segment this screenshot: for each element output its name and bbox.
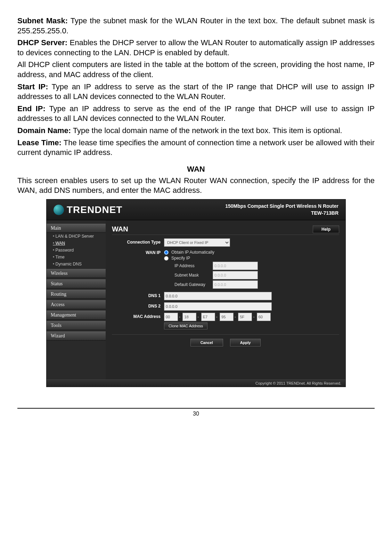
router-header: TRENDNET 150Mbps Compact Single Port Wir… [47, 199, 345, 220]
main-pane: WAN Help Connection Type DHCP Client or … [106, 220, 345, 379]
globe-icon [54, 205, 64, 215]
mac-octet-3[interactable] [220, 313, 234, 321]
mac-octet-1[interactable] [182, 313, 196, 321]
model-line2: TEW-713BR [225, 210, 338, 217]
radio-specify-ip[interactable] [164, 256, 169, 261]
pane-title: WAN [112, 225, 128, 233]
cancel-button[interactable]: Cancel [190, 339, 223, 346]
ip-address-input[interactable] [213, 262, 258, 270]
clone-mac-button[interactable]: Clone MAC Address [164, 322, 207, 329]
dns1-label: DNS 1 [112, 292, 164, 298]
para-dhcp-server: DHCP Server: Enables the DHCP server to … [17, 38, 375, 58]
sidebar-item-password[interactable]: Password [47, 247, 106, 254]
mac-octet-4[interactable] [238, 313, 252, 321]
sidebar-item-ddns[interactable]: Dynamic DNS [47, 261, 106, 268]
connection-type-select[interactable]: DHCP Client or Fixed IP [164, 238, 230, 247]
subnet-mask-label: Subnet Mask [174, 273, 213, 278]
sidebar-section-status[interactable]: Status [47, 279, 106, 288]
model-line1: 150Mbps Compact Single Port Wireless N R… [225, 203, 338, 210]
radio-specify-ip-label: Specify IP [171, 256, 190, 261]
sidebar-item-lan-dhcp[interactable]: LAN & DHCP Server [47, 233, 106, 240]
apply-button[interactable]: Apply [230, 339, 261, 346]
para-end-ip: End IP: Type an IP address to serve as t… [17, 104, 375, 124]
mac-octet-0[interactable] [164, 313, 178, 321]
help-button[interactable]: Help [313, 226, 339, 233]
sidebar-section-management[interactable]: Management [47, 311, 106, 320]
brand-text: TRENDNET [67, 204, 122, 215]
sidebar-section-main[interactable]: Main [47, 224, 106, 233]
model-block: 150Mbps Compact Single Port Wireless N R… [225, 203, 338, 216]
sidebar-section-tools[interactable]: Tools [47, 321, 106, 330]
section-heading-wan: WAN [17, 165, 375, 174]
wan-ip-label: WAN IP [112, 249, 164, 255]
sidebar-section-wizard[interactable]: Wizard [47, 331, 106, 341]
para-wan-intro: This screen enables users to set up the … [17, 176, 375, 196]
gateway-label: Default Gateway [174, 282, 213, 287]
sidebar-section-routing[interactable]: Routing [47, 290, 106, 299]
mac-octet-5[interactable] [257, 313, 271, 321]
radio-obtain-auto-label: Obtain IP Automatically [171, 250, 214, 255]
router-footer: Copyright © 2011 TRENDnet. All Rights Re… [47, 379, 345, 387]
para-domain-name: Domain Name: Type the local domain name … [17, 126, 375, 136]
subnet-mask-input[interactable] [213, 271, 258, 279]
mac-label: MAC Address [112, 313, 164, 319]
dns2-label: DNS 2 [112, 302, 164, 309]
gateway-input[interactable] [213, 280, 258, 289]
para-lease-time: Lease Time: The lease time specifies the… [17, 138, 375, 158]
sidebar-section-access[interactable]: Access [47, 300, 106, 309]
dns2-input[interactable] [164, 302, 272, 311]
sidebar-item-wan[interactable]: WAN [47, 240, 106, 247]
sidebar: Main LAN & DHCP Server WAN Password Time… [47, 220, 106, 379]
sidebar-section-wireless[interactable]: Wireless [47, 269, 106, 278]
mac-octet-2[interactable] [201, 313, 215, 321]
dns1-input[interactable] [164, 292, 272, 300]
sidebar-item-time[interactable]: Time [47, 254, 106, 261]
para-start-ip: Start IP: Type an IP address to serve as… [17, 82, 375, 102]
para-dhcp-clients: All DHCP client computers are listed in … [17, 60, 375, 80]
brand: TRENDNET [54, 204, 122, 215]
router-screenshot: TRENDNET 150Mbps Compact Single Port Wir… [46, 199, 346, 387]
connection-type-label: Connection Type [112, 238, 164, 245]
para-subnet-mask: Subnet Mask: Type the subnet mask for th… [17, 16, 375, 36]
radio-obtain-auto[interactable] [164, 250, 169, 255]
page-number: 30 [17, 408, 375, 417]
ip-address-label: IP Address [174, 263, 213, 268]
